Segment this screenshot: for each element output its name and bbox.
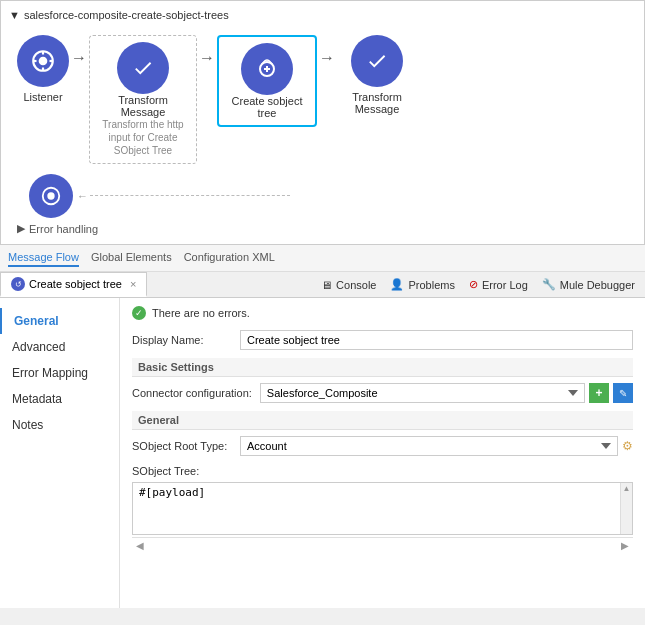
sidebar-error-mapping[interactable]: Error Mapping: [0, 360, 119, 386]
mule-debugger-label: Mule Debugger: [560, 279, 635, 291]
add-connector-btn[interactable]: +: [589, 383, 609, 403]
sobject-tree-label: SObject Tree:: [132, 465, 199, 477]
display-name-row: Display Name:: [132, 330, 633, 350]
error-handling[interactable]: ▶ Error handling: [9, 222, 636, 235]
sidebar-general[interactable]: General: [0, 308, 119, 334]
edit-connector-btn[interactable]: ✎: [613, 383, 633, 403]
listener-icon: [17, 35, 69, 87]
sidebar: General Advanced Error Mapping Metadata …: [0, 298, 120, 608]
basic-settings-header: Basic Settings: [132, 358, 633, 377]
scroll-right-arrow[interactable]: ▶: [617, 540, 633, 551]
tab-icon: ↺: [11, 277, 25, 291]
tab-label: Create sobject tree: [29, 278, 122, 290]
sidebar-notes[interactable]: Notes: [0, 412, 119, 438]
content-area: ✓ There are no errors. Display Name: Bas…: [120, 298, 645, 608]
dashed-return-arrow: ←: [77, 190, 290, 202]
node-create-sobject[interactable]: Create sobject tree: [217, 35, 317, 127]
success-icon: ✓: [132, 306, 146, 320]
scroll-left-arrow[interactable]: ◀: [132, 540, 148, 551]
tab-close-btn[interactable]: ×: [130, 278, 136, 290]
node-bottom-listener[interactable]: [29, 174, 73, 218]
status-bar: ✓ There are no errors.: [132, 306, 633, 320]
arrow-1: →: [71, 35, 87, 67]
error-log-tab[interactable]: ⊘ Error Log: [469, 278, 528, 291]
console-icon: 🖥: [321, 279, 332, 291]
transform2-icon: [351, 35, 403, 87]
message-flow-tabs: Message Flow Global Elements Configurati…: [0, 245, 645, 272]
mule-debugger-icon: 🔧: [542, 278, 556, 291]
node-transform1[interactable]: Transform Message Transform the http inp…: [89, 35, 197, 164]
error-toggle[interactable]: ▶: [17, 222, 25, 235]
node-transform2[interactable]: Transform Message: [337, 35, 417, 115]
create-sobject-label: Create sobject tree: [227, 95, 307, 119]
editor-tabs-bar: ↺ Create sobject tree × 🖥 Console 👤 Prob…: [0, 272, 645, 298]
transform1-label: Transform Message: [103, 94, 183, 118]
connector-config-select[interactable]: Salesforce_Composite: [260, 383, 585, 403]
error-log-label: Error Log: [482, 279, 528, 291]
sobject-root-wrapper: Account ⚙: [240, 436, 633, 456]
error-log-icon: ⊘: [469, 278, 478, 291]
bottom-listener-icon: [29, 174, 73, 218]
bottom-row: ←: [9, 174, 636, 218]
create-sobject-icon: [241, 43, 293, 95]
connector-config-label: Connector configuration:: [132, 387, 252, 399]
transform1-sublabel: Transform the http input for Create SObj…: [98, 118, 188, 157]
transform1-icon: [117, 42, 169, 94]
sidebar-advanced[interactable]: Advanced: [0, 334, 119, 360]
sidebar-metadata[interactable]: Metadata: [0, 386, 119, 412]
tab-configuration-xml[interactable]: Configuration XML: [184, 249, 275, 267]
display-name-input[interactable]: [240, 330, 633, 350]
sobject-tree-label-row: SObject Tree:: [132, 464, 633, 478]
problems-label: Problems: [408, 279, 454, 291]
sobject-root-select[interactable]: Account: [240, 436, 618, 456]
transform2-label: Transform Message: [337, 91, 417, 115]
sobject-root-kebab[interactable]: ⚙: [622, 439, 633, 453]
mule-debugger-tab[interactable]: 🔧 Mule Debugger: [542, 278, 635, 291]
problems-tab[interactable]: 👤 Problems: [390, 278, 454, 291]
scroll-up-arrow[interactable]: ▲: [622, 483, 632, 494]
flow-name: salesforce-composite-create-sobject-tree…: [24, 9, 229, 21]
listener-label: Listener: [23, 91, 62, 103]
flow-title: ▼ salesforce-composite-create-sobject-tr…: [9, 9, 636, 21]
sobject-root-label: SObject Root Type:: [132, 440, 232, 452]
svg-point-7: [47, 192, 54, 199]
main-panel: General Advanced Error Mapping Metadata …: [0, 298, 645, 608]
status-message: There are no errors.: [152, 307, 250, 319]
horizontal-scroll: ◀ ▶: [132, 537, 633, 553]
textarea-scrollbar: ▲: [620, 483, 632, 534]
sobject-root-row: SObject Root Type: Account ⚙: [132, 436, 633, 456]
node-listener[interactable]: Listener: [17, 35, 69, 103]
sobject-tree-input[interactable]: [133, 483, 632, 531]
console-label: Console: [336, 279, 376, 291]
svg-point-1: [39, 57, 48, 66]
tab-message-flow[interactable]: Message Flow: [8, 249, 79, 267]
display-name-label: Display Name:: [132, 334, 232, 346]
console-tab[interactable]: 🖥 Console: [321, 279, 376, 291]
arrow-3: →: [319, 35, 335, 67]
connector-config-wrapper: Salesforce_Composite + ✎: [260, 383, 633, 403]
error-handling-label: Error handling: [29, 223, 98, 235]
bottom-panel-tabs: 🖥 Console 👤 Problems ⊘ Error Log 🔧 Mule …: [321, 272, 645, 297]
arrow-2: →: [199, 35, 215, 67]
collapse-toggle[interactable]: ▼: [9, 9, 20, 21]
tab-global-elements[interactable]: Global Elements: [91, 249, 172, 267]
problems-icon: 👤: [390, 278, 404, 291]
general-section-header: General: [132, 411, 633, 430]
canvas-area: ▼ salesforce-composite-create-sobject-tr…: [0, 0, 645, 245]
sobject-tree-wrapper: ▲: [132, 482, 633, 535]
connector-config-row: Connector configuration: Salesforce_Comp…: [132, 383, 633, 403]
tab-create-sobject-tree[interactable]: ↺ Create sobject tree ×: [0, 272, 147, 297]
